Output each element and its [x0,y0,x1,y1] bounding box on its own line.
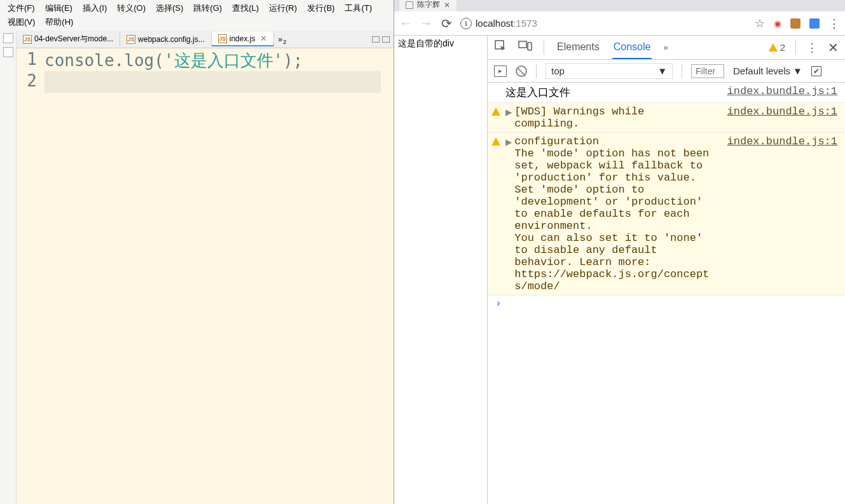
close-icon[interactable]: ✕ [444,1,450,10]
tab-elements[interactable]: Elements [556,36,601,59]
browser-tab-title: 陈字辉 [417,0,440,10]
more-tabs-icon[interactable]: » [663,43,668,52]
js-file-icon: JS [127,35,135,44]
chevron-down-icon: ▼ [793,65,802,76]
menu-edit[interactable]: 编辑(E) [40,1,78,15]
menubar: 文件(F) 编辑(E) 插入(I) 转义(O) 选择(S) 跳转(G) 查找(L… [0,0,394,31]
console-log: 这是入口文件 index.bundle.js:1 ▶ [WDS] Warning… [488,83,845,504]
minimize-editor-icon[interactable] [372,36,380,43]
devtools: Elements Console » 2 ⋮ ✕ ▸ to [487,36,845,504]
extension-shield-icon[interactable] [790,18,800,29]
ide-window: 文件(F) 编辑(E) 插入(I) 转义(O) 选择(S) 跳转(G) 查找(L… [0,0,394,504]
line-numbers: 1 2 [17,48,42,504]
maximize-editor-icon[interactable] [382,36,390,43]
filter-input[interactable] [691,64,724,78]
log-source-link[interactable]: index.bundle.js:1 [715,106,837,118]
url-host: localhost [476,18,513,29]
tab-webpack-config[interactable]: JS webpack.config.js... [120,33,212,46]
menu-release[interactable]: 发行(B) [302,1,340,15]
element-picker-icon[interactable] [494,39,507,55]
code-line-current [45,71,381,93]
info-icon[interactable]: i [460,18,472,29]
expand-arrow-icon[interactable]: ▶ [505,106,512,119]
browser-tab[interactable]: 陈字辉 ✕ [399,0,457,11]
log-message: [WDS] Warnings while compiling. [514,106,714,130]
devtools-close-icon[interactable]: ✕ [828,40,839,55]
browser-menu-icon[interactable]: ⋮ [828,17,840,31]
tab-console[interactable]: Console [612,36,652,59]
location-pin-icon[interactable]: ◉ [774,18,781,29]
bookmark-star-icon[interactable]: ☆ [755,17,765,31]
page-content: 这是自带的div [394,36,487,504]
console-toolbar: ▸ top▼ Default levels▼ ✔ [488,60,845,83]
log-message: configuration The 'mode' option has not … [514,135,714,292]
warning-icon [491,107,500,116]
tab-label: webpack.config.js... [138,35,205,44]
back-button[interactable]: ← [399,17,412,30]
log-entry-warning: ▶ configuration The 'mode' option has no… [488,133,845,296]
doc-link[interactable]: https://webpack.js.org/concepts/mode/ [514,268,709,292]
log-message: 这是入口文件 [505,85,715,100]
sidebar-toggle-icon[interactable]: ▸ [494,65,507,77]
favicon-icon [406,1,413,9]
menu-goto[interactable]: 跳转(G) [188,1,227,15]
tab-label: 04-devServer与mode... [34,34,113,44]
browser-tab-strip: 陈字辉 ✕ [394,0,845,11]
log-source-link[interactable]: index.bundle.js:1 [715,135,837,147]
svg-rect-2 [528,43,532,50]
warning-icon [491,137,500,146]
warning-icon [769,43,778,51]
log-levels-select[interactable]: Default levels▼ [733,65,802,76]
url-box[interactable]: i localhost:1573 [460,15,747,32]
menu-find[interactable]: 查找(L) [227,1,264,15]
overflow-count: 2 [283,39,286,45]
log-source-link[interactable]: index.bundle.js:1 [715,85,837,97]
menu-view[interactable]: 视图(V) [3,15,40,29]
tab-devserver[interactable]: JS 04-devServer与mode... [17,32,120,46]
menu-insert[interactable]: 插入(I) [78,1,112,15]
menu-escape[interactable]: 转义(O) [112,1,151,15]
forward-button[interactable]: → [420,17,432,30]
js-file-icon: JS [218,34,227,43]
js-file-icon: JS [23,35,32,44]
browser-window: 陈字辉 ✕ ← → ⟳ i localhost:1573 ☆ ◉ ⋮ 这是自带的… [394,0,845,504]
menu-run[interactable]: 运行(R) [264,1,302,15]
warning-count[interactable]: 2 [769,42,785,53]
code-line: console.log('这是入口文件'); [45,50,381,71]
address-bar: ← → ⟳ i localhost:1573 ☆ ◉ ⋮ [394,11,845,36]
menu-help[interactable]: 帮助(H) [40,15,78,29]
menu-select[interactable]: 选择(S) [151,1,188,15]
preserve-log-checkbox[interactable]: ✔ [811,66,821,76]
reload-button[interactable]: ⟳ [440,17,453,30]
tab-overflow[interactable]: » 2 [274,34,286,44]
clear-console-icon[interactable] [516,65,527,77]
url-port: :1573 [513,18,537,29]
log-entry: 这是入口文件 index.bundle.js:1 [488,83,845,103]
svg-rect-1 [519,41,526,48]
editor-right-strip [383,48,394,504]
expand-arrow-icon[interactable]: ▶ [505,135,512,149]
editor-tabs: JS 04-devServer与mode... JS webpack.confi… [17,31,394,48]
device-toggle-icon[interactable] [518,39,532,55]
close-icon[interactable]: ✕ [258,34,267,43]
log-entry-warning: ▶ [WDS] Warnings while compiling. index.… [488,103,845,133]
devtools-tabs: Elements Console » 2 ⋮ ✕ [488,36,845,60]
code-editor[interactable]: 1 2 console.log('这是入口文件'); [17,48,394,504]
gutter-icon[interactable] [3,47,13,57]
chevron-double-icon: » [278,35,282,44]
chevron-down-icon: ▼ [657,65,667,76]
gutter-icon[interactable] [3,33,13,43]
console-prompt[interactable]: › [488,296,845,312]
tab-index-js[interactable]: JS index.js ✕ [212,32,275,46]
google-translate-icon[interactable] [809,18,820,29]
page-text: 这是自带的div [398,38,483,50]
context-select[interactable]: top▼ [546,63,673,79]
ide-left-gutter [0,31,17,504]
devtools-menu-icon[interactable]: ⋮ [806,41,818,55]
menu-tools[interactable]: 工具(T) [340,1,377,15]
menu-file[interactable]: 文件(F) [3,1,40,15]
tab-label: index.js [230,34,256,43]
